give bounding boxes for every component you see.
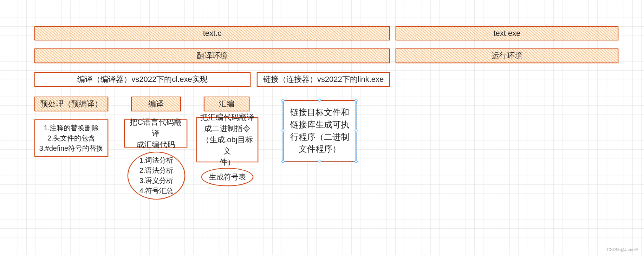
compile-title-box: 编译 [131, 97, 181, 111]
assemble-detail-line: 把汇编代码翻译 [200, 112, 255, 123]
resize-handle-w[interactable] [281, 129, 285, 132]
preprocess-title-box: 预处理（预编译） [34, 97, 108, 111]
compile-sub-line: 3.语义分析 [139, 176, 174, 186]
runtime-env-box: 运行环境 [396, 48, 618, 63]
watermark-text: CSDN @Jamo® [607, 247, 638, 252]
translate-env-box: 翻译环境 [34, 48, 390, 63]
link-detail-line: 链接目标文件和 [290, 106, 349, 119]
link-detail-text: 链接目标文件和 链接库生成可执 行程序（二进制 文件程序） [290, 106, 349, 155]
assemble-detail-text: 把汇编代码翻译 成二进制指令 （生成.obj目标文 件） [200, 112, 255, 168]
watermark: CSDN @Jamo® [607, 247, 638, 252]
compile-tool-label: 编译（编译器）vs2022下的cl.exe实现 [77, 74, 207, 85]
runtime-env-label: 运行环境 [492, 50, 522, 61]
resize-handle-sw[interactable] [281, 160, 285, 163]
resize-handle-n[interactable] [318, 99, 321, 102]
source-file-label: text.c [203, 28, 222, 39]
preprocess-detail-line: 3.#define符号的替换 [39, 143, 103, 153]
resize-handle-nw[interactable] [281, 99, 285, 102]
preprocess-detail-text: 1.注释的替换删除 2.头文件的包含 3.#define符号的替换 [39, 123, 103, 153]
resize-handle-se[interactable] [354, 160, 358, 163]
resize-handle-s[interactable] [318, 160, 321, 163]
compile-detail-box: 把C语言代码翻译 成汇编代码 [124, 119, 187, 148]
source-file-box: text.c [34, 26, 390, 40]
translate-env-label: 翻译环境 [197, 50, 228, 61]
assemble-detail-line: 件） [200, 157, 255, 168]
compile-sub-text: 1.词法分析 2.语法分析 3.语义分析 4.符号汇总 [139, 155, 174, 196]
link-detail-line: 文件程序） [290, 143, 349, 155]
compile-tool-box: 编译（编译器）vs2022下的cl.exe实现 [34, 72, 251, 87]
compile-sub-line: 4.符号汇总 [139, 186, 174, 196]
preprocess-detail-line: 2.头文件的包含 [39, 133, 103, 143]
compile-sub-line: 2.语法分析 [139, 165, 174, 176]
preprocess-detail-box: 1.注释的替换删除 2.头文件的包含 3.#define符号的替换 [34, 119, 108, 157]
compile-detail-line: 把C语言代码翻译 [128, 117, 184, 139]
assemble-title-label: 汇编 [219, 98, 234, 110]
preprocess-title-label: 预处理（预编译） [40, 98, 102, 110]
assemble-detail-box: 把汇编代码翻译 成二进制指令 （生成.obj目标文 件） [196, 117, 258, 162]
preprocess-detail-line: 1.注释的替换删除 [39, 123, 103, 133]
compile-detail-line: 成汇编代码 [128, 139, 184, 150]
link-detail-box[interactable]: 链接目标文件和 链接库生成可执 行程序（二进制 文件程序） [283, 100, 356, 162]
exe-file-box: text.exe [396, 26, 618, 40]
resize-handle-ne[interactable] [354, 99, 358, 102]
resize-handle-e[interactable] [354, 129, 358, 132]
link-detail-line: 链接库生成可执 [290, 119, 349, 131]
assemble-detail-line: （生成.obj目标文 [200, 134, 255, 157]
assemble-sub-ellipse: 生成符号表 [201, 168, 253, 186]
assemble-sub-label: 生成符号表 [209, 172, 246, 182]
compile-sub-ellipse: 1.词法分析 2.语法分析 3.语义分析 4.符号汇总 [128, 152, 185, 200]
exe-file-label: text.exe [493, 28, 520, 39]
link-tool-label: 链接（连接器）vs2022下的link.exe [263, 74, 384, 85]
link-tool-box: 链接（连接器）vs2022下的link.exe [257, 72, 390, 87]
assemble-title-box: 汇编 [204, 97, 249, 111]
compile-title-label: 编译 [148, 98, 164, 110]
compile-detail-text: 把C语言代码翻译 成汇编代码 [128, 117, 184, 150]
compile-sub-line: 1.词法分析 [139, 155, 174, 165]
assemble-detail-line: 成二进制指令 [200, 123, 255, 134]
link-detail-line: 行程序（二进制 [290, 131, 349, 143]
